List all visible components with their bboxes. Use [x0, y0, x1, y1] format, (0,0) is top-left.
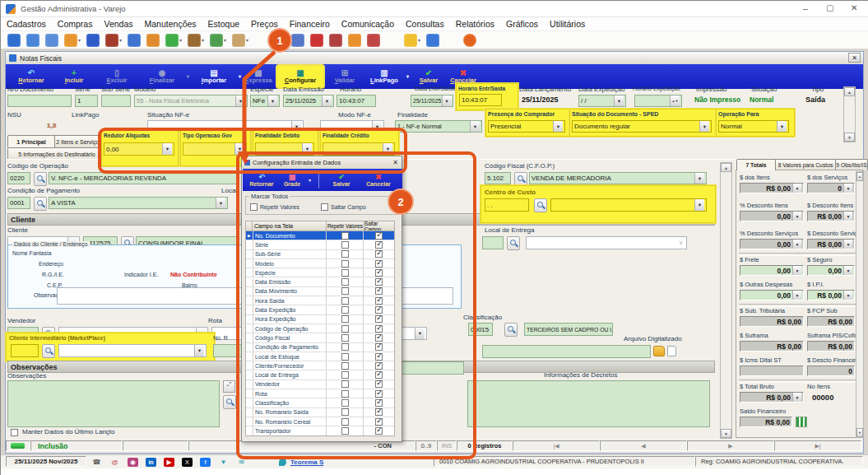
menu-compras[interactable]: Compras	[52, 19, 99, 29]
grid-row-transportador[interactable]: Transportador	[246, 426, 394, 435]
finalidade-dropdown-icon[interactable]: ▼	[470, 121, 480, 132]
grid-row-condicao-de-pagamento[interactable]: Condição de Pagamento	[246, 343, 394, 352]
nav-first-button[interactable]: |◀	[513, 440, 600, 451]
repetir-checkbox-codigo-de-operacao[interactable]	[341, 325, 349, 333]
sub-tributaria-field[interactable]: R$ 0,00	[740, 316, 804, 327]
data-entr-saida-field[interactable]: 25/11/2025▼	[411, 95, 453, 107]
repetir-checkbox-cliente-fornecedor[interactable]	[341, 362, 349, 370]
finance-money-icon[interactable]	[210, 34, 223, 47]
condicao-pagamento-dropdown-icon[interactable]: ▼	[216, 198, 225, 208]
finance-money-icon-dropdown[interactable]: ▾	[224, 37, 226, 43]
codigo-fiscal-desc[interactable]: VENDA DE MERCADORIA▼	[529, 172, 707, 184]
new-document-icon[interactable]	[7, 34, 21, 47]
repetir-checkbox-local-de-entrega[interactable]	[341, 371, 349, 379]
sped-field[interactable]: Documento regular▼	[572, 120, 712, 133]
classificacao-code[interactable]: 00015	[468, 323, 493, 336]
youtube-icon[interactable]: ▶	[164, 458, 174, 467]
finalidade-credito-field[interactable]: ▼	[323, 142, 395, 156]
centro-custo-dropdown-icon[interactable]: ▼	[694, 199, 704, 211]
toolbar-button-importar[interactable]: ▤Importar▾	[192, 66, 236, 87]
purchases-icon-dropdown[interactable]: ▾	[119, 37, 122, 43]
dialog-grade-button[interactable]: ▦Grade	[279, 170, 305, 190]
grid-row-data-movimento[interactable]: Data Movimento	[246, 287, 394, 296]
grid-row-no-documento[interactable]: ▶No. Documento	[246, 231, 394, 240]
header-scrollbar[interactable]: ▲▼	[843, 86, 856, 142]
dialog-cancelar-button[interactable]: ✖Cancelar	[360, 170, 397, 190]
clients-icon[interactable]	[26, 34, 39, 47]
menu-graficos[interactable]: Gráficos	[500, 19, 544, 29]
rota-dropdown-icon[interactable]: ▼	[415, 328, 425, 339]
saltar-checkbox-no-documento[interactable]	[375, 232, 383, 240]
tab-itens-servicos[interactable]: 2 Itens e Serviços	[51, 135, 107, 147]
orders-icon[interactable]	[64, 34, 77, 47]
menu-financeiro[interactable]: Financeiro	[284, 19, 336, 29]
grid-row-no-romaneio-saida[interactable]: No. Romaneio Saída	[246, 408, 394, 417]
repetir-checkbox-no-documento[interactable]	[341, 232, 349, 240]
menu-estoque[interactable]: Estoque	[202, 19, 246, 29]
saltar-checkbox-codigo-fiscal[interactable]	[375, 334, 383, 342]
maximize-button[interactable]: ▢	[826, 3, 833, 12]
desconto-itens-field[interactable]: 0,00▼	[740, 211, 804, 221]
seguro-field[interactable]: 0,00▼	[807, 265, 855, 276]
saltar-checkbox-classificacao[interactable]	[375, 399, 383, 407]
linkpago-badge[interactable]: 1,3	[47, 122, 56, 129]
marcar-saltar-checkbox[interactable]	[321, 203, 328, 211]
mail-icon[interactable]	[232, 34, 245, 47]
horario-expedicao-spinner[interactable]: ▲▼	[670, 95, 680, 106]
manter-dados-checkbox[interactable]	[11, 429, 18, 436]
redutor-aliquotas-field[interactable]: 0,00▼	[104, 142, 174, 156]
desconto-servicos-field[interactable]: 0,00▼	[740, 239, 804, 249]
grid-row-classificacao[interactable]: Classificação	[246, 398, 394, 407]
presenca-dropdown-icon[interactable]: ▼	[553, 121, 563, 132]
data-expedicao-field[interactable]: / /▼	[578, 95, 626, 107]
marketplace-search-icon[interactable]	[42, 344, 55, 358]
saltar-checkbox-cliente-fornecedor[interactable]	[375, 362, 383, 370]
grid-row-hora-saida[interactable]: Hora Saída	[246, 296, 394, 305]
toolbar-button-finalizar[interactable]: ◉Finalizar▾	[140, 66, 184, 87]
toolbar-button-incluir[interactable]: +Incluir	[55, 66, 93, 87]
data-emissao-field[interactable]: 25/11/2025▼	[283, 95, 334, 107]
local-entrega-search-icon[interactable]	[507, 236, 520, 250]
repetir-checkbox-data-movimento[interactable]	[341, 287, 349, 295]
outras-despesas-field[interactable]: 0,00▼	[740, 290, 804, 300]
icms-difal-st-field[interactable]	[740, 366, 804, 376]
repetir-checkbox-serie[interactable]	[341, 241, 349, 249]
repetir-checkbox-condicao-de-pagamento[interactable]	[341, 343, 349, 351]
nav-last-button[interactable]: ▶|	[774, 440, 861, 451]
budget-icon[interactable]	[146, 34, 160, 47]
menu-relatorios[interactable]: Relatórios	[450, 19, 500, 29]
finalidade-debito-field[interactable]: ▼	[255, 142, 314, 156]
report-blue-icon[interactable]	[329, 34, 342, 47]
centro-custo-code[interactable]: . .	[485, 198, 529, 212]
i-p-i-field[interactable]: R$ 0,00▼	[807, 290, 855, 300]
repetir-checkbox-data-expedicao[interactable]	[341, 306, 349, 314]
saltar-checkbox-condicao-de-pagamento[interactable]	[375, 343, 383, 351]
instagram-icon[interactable]: ◉	[128, 458, 138, 467]
grid-row-codigo-de-operacao[interactable]: Código de Operação	[246, 324, 394, 333]
saltar-checkbox-serie[interactable]	[375, 241, 383, 249]
stock-box-icon-dropdown[interactable]: ▾	[202, 37, 204, 43]
saltar-checkbox-no-romaneio-saida[interactable]	[375, 408, 383, 416]
grid-row-serie[interactable]: Série	[246, 240, 394, 249]
sales-cart-icon[interactable]	[165, 34, 179, 47]
fcp-sub-field[interactable]: R$ 0,00	[807, 316, 855, 327]
saltar-checkbox-hora-expedicao[interactable]	[375, 315, 383, 323]
grid-row-rota[interactable]: Rota	[246, 389, 394, 398]
main-scrollbar[interactable]: ▲▼	[720, 162, 732, 439]
modelo-field[interactable]: 55 - Nota Fiscal Eletrônica▼	[134, 95, 248, 107]
repetir-checkbox-no-romaneio-cereal[interactable]	[341, 418, 349, 426]
grid-row-vendedor[interactable]: Vendedor	[246, 380, 394, 389]
presenca-field[interactable]: Presencial▼	[488, 120, 565, 133]
person-icon[interactable]	[128, 34, 141, 47]
grid-saltar-header[interactable]: Saltar Campo	[364, 221, 395, 231]
grid-row-no-romaneio-cereal[interactable]: No. Romaneio Cereal	[246, 417, 394, 426]
linkedin-icon[interactable]: in	[146, 458, 156, 467]
report-red-icon[interactable]	[310, 34, 323, 47]
repetir-checkbox-classificacao[interactable]	[341, 399, 349, 407]
menu-comunicacao[interactable]: Comunicação	[336, 19, 400, 29]
tipo-operacao-gov-field[interactable]: ▼	[183, 142, 247, 156]
facebook-icon[interactable]: f	[200, 458, 211, 467]
saltar-checkbox-data-emissao[interactable]	[375, 278, 383, 286]
menu-consultas[interactable]: Consultas	[400, 19, 450, 29]
toolbar-button-retornar[interactable]: ↶Retornar	[12, 66, 50, 87]
